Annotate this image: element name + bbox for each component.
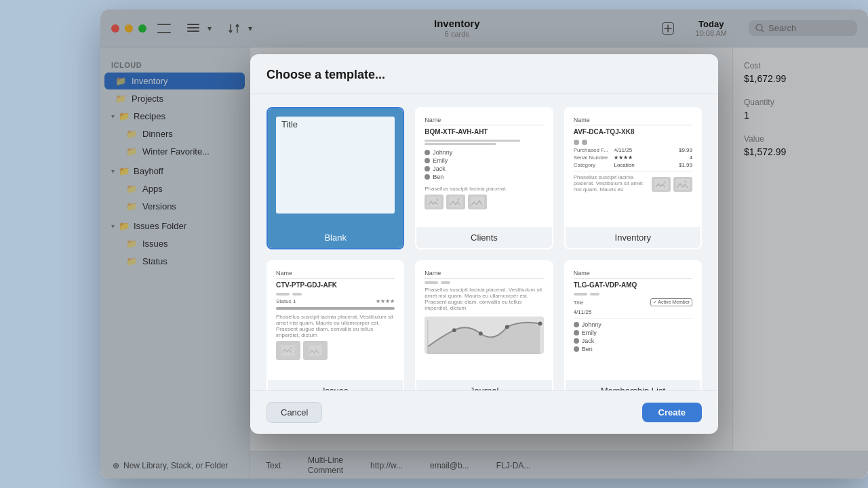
app-window: ▾ ▾ Inventory 6 cards Today [100,9,868,479]
membership-name-label: Name [574,270,692,279]
inv-bottom: Phasellus suscipit lacinia placerat. Ves… [574,174,692,192]
jbar1 [425,281,438,284]
clients-name-value: BQM-XTF-AVH-AHT [425,128,543,136]
clients-person-label-1: Johnny [433,149,452,156]
cancel-button[interactable]: Cancel [267,402,322,423]
issues-name-label: Name [276,270,395,279]
membership-title-row: Title ✓ Active Member [574,298,692,306]
person-icon-2 [425,158,430,163]
svg-rect-9 [471,197,484,207]
template-preview-issues: Name CTV-PTP-GDJ-AFK Status 1 ★★★★ [268,262,403,380]
template-label-issues: Issues [268,380,403,390]
issues-bar1 [276,293,290,296]
clients-images [425,195,543,209]
template-card-clients[interactable]: Name BQM-XTF-AVH-AHT Johnny Emily [415,107,553,249]
inventory-name-label: Name [574,117,692,125]
template-card-membership[interactable]: Name TLG-GAT-VDP-AMQ Title ✓ Active Memb… [564,260,702,390]
clients-person-2: Emily [425,157,543,164]
dot1 [574,140,579,145]
inv-images [652,177,692,192]
template-label-membership: Membership List [566,380,701,390]
issues-bar2 [292,293,302,296]
svg-rect-12 [676,179,690,190]
issues-desc: Phasellus suscipit lacinia placerat. Ves… [276,314,395,338]
membership-person-2: Emily [574,329,692,336]
issues-progress [276,307,395,310]
svg-rect-16 [309,345,322,356]
template-card-journal[interactable]: Name Phasellus suscipit lacinia placerat… [415,260,553,390]
clients-person-4: Ben [425,174,543,180]
dot2 [582,140,587,145]
inventory-row-3: Category Location $1.99 [574,162,692,168]
template-label-inventory: Inventory [566,227,701,248]
template-modal: Choose a template... Title Blank Name [250,54,718,434]
clients-person-3: Jack [425,165,543,172]
inv-row1-date: 4/11/25 [614,147,652,153]
mp-label-3: Jack [582,338,595,344]
issues-status-row: Status 1 ★★★★ [276,298,395,304]
template-card-issues[interactable]: Name CTV-PTP-GDJ-AFK Status 1 ★★★★ [267,260,404,390]
issues-stars: ★★★★ [376,298,395,304]
inv-desc: Phasellus suscipit lacinia placerat. Ves… [574,174,649,192]
svg-point-21 [538,322,542,326]
svg-rect-7 [449,197,462,207]
template-card-inventory[interactable]: Name AVF-DCA-TQJ-XK8 Purchased F... 4/11… [564,107,702,249]
mbar1 [574,293,587,296]
issues-img-2 [303,341,328,360]
template-card-blank[interactable]: Title Blank [267,107,404,249]
svg-rect-10 [654,179,668,190]
inv-row3-price: $1.99 [654,162,692,168]
membership-name-value: TLG-GAT-VDP-AMQ [574,281,692,289]
clients-desc: Phasellus suscipit lacinia placerat. [425,186,543,192]
svg-point-13 [684,180,687,183]
clients-person-label-2: Emily [433,157,448,164]
template-preview-journal: Name Phasellus suscipit lacinia placerat… [416,262,551,380]
journal-name-label: Name [425,270,543,279]
inv-row2-value: 4 [654,155,692,161]
create-button[interactable]: Create [642,403,702,422]
clients-img-1 [425,195,443,209]
template-preview-membership: Name TLG-GAT-VDP-AMQ Title ✓ Active Memb… [566,262,701,380]
clients-person-label-4: Ben [433,174,443,180]
inv-row1-price: $9.99 [654,147,692,153]
mp-icon-4 [574,346,579,352]
membership-person-1: Johnny [574,321,692,328]
modal-footer: Cancel Create [250,390,718,434]
membership-bars [574,293,692,296]
template-preview-blank: Title [268,108,403,227]
modal-overlay: Choose a template... Title Blank Name [100,9,868,479]
template-grid: Title Blank Name BQM-XTF-AVH-AHT [267,107,702,390]
template-label-journal: Journal [416,380,551,390]
issues-name-value: CTV-PTP-GDJ-AFK [276,281,395,289]
inv-row1-label: Purchased F... [574,147,612,153]
template-preview-inventory: Name AVF-DCA-TQJ-XK8 Purchased F... 4/11… [566,108,701,227]
membership-person-4: Ben [574,346,692,352]
inv-divider [574,171,692,171]
mp-label-2: Emily [582,329,597,336]
inventory-name-value: AVF-DCA-TQJ-XK8 [574,128,692,136]
svg-point-15 [290,347,292,349]
journal-bars [425,281,543,284]
inv-img-2 [673,177,692,192]
mp-icon-3 [574,338,579,344]
mp-icon-1 [574,322,579,327]
svg-point-6 [436,199,439,201]
issues-img-1 [276,341,300,360]
template-label-clients: Clients [416,227,551,248]
mbar2 [590,293,599,296]
clients-bar2 [425,143,496,145]
inventory-dots [574,140,692,145]
membership-divider [574,318,692,319]
issues-bars [276,293,395,296]
svg-point-11 [663,181,666,184]
modal-header: Choose a template... [250,54,718,94]
inventory-row-1: Purchased F... 4/11/25 $9.99 [574,147,692,153]
active-member-badge: ✓ Active Member [650,298,692,306]
jbar2 [441,281,450,284]
svg-point-19 [479,331,483,336]
modal-body: Title Blank Name BQM-XTF-AVH-AHT [250,94,718,390]
membership-date: 4/11/25 [574,309,692,315]
person-icon-1 [425,150,430,155]
svg-point-20 [505,325,509,329]
mp-icon-2 [574,330,579,336]
